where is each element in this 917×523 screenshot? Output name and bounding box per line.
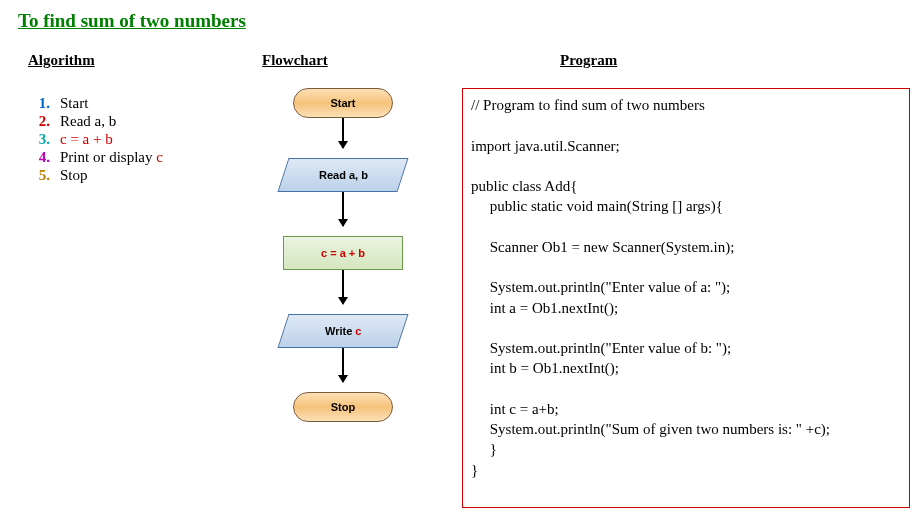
step-text: Print or display <box>60 149 156 165</box>
arrow-icon <box>342 118 344 148</box>
flow-write-var: c <box>355 325 361 337</box>
arrow-icon <box>342 270 344 304</box>
list-item: 3.c = a + b <box>28 131 163 148</box>
header-algorithm: Algorithm <box>28 52 95 69</box>
flow-process-label: c = a + b <box>321 247 365 259</box>
list-item: 5.Stop <box>28 167 163 184</box>
step-text-red: c = a + b <box>60 131 113 147</box>
flow-output-label: Write c <box>325 325 361 337</box>
program-code-box: // Program to find sum of two numbers im… <box>462 88 910 508</box>
list-item: 4.Print or display c <box>28 149 163 166</box>
program-code: // Program to find sum of two numbers im… <box>471 97 830 478</box>
flow-stop: Stop <box>293 392 393 422</box>
step-number: 1. <box>28 95 50 112</box>
algorithm-list: 1.Start 2.Read a, b 3.c = a + b 4.Print … <box>28 94 163 185</box>
step-number: 4. <box>28 149 50 166</box>
flow-process: c = a + b <box>283 236 403 270</box>
step-text: Read a, b <box>60 113 116 129</box>
flow-start: Start <box>293 88 393 118</box>
step-number: 3. <box>28 131 50 148</box>
flow-stop-label: Stop <box>331 401 355 413</box>
header-program: Program <box>560 52 617 69</box>
page-title: To find sum of two numbers <box>18 10 905 32</box>
flow-output: Write c <box>277 314 408 348</box>
step-number: 5. <box>28 167 50 184</box>
step-text-red: c <box>156 149 163 165</box>
flow-input: Read a, b <box>277 158 408 192</box>
flow-write-prefix: Write <box>325 325 355 337</box>
step-text: Start <box>60 95 88 111</box>
flow-start-label: Start <box>330 97 355 109</box>
list-item: 2.Read a, b <box>28 113 163 130</box>
arrow-icon <box>342 348 344 382</box>
step-text: Stop <box>60 167 88 183</box>
columns: Algorithm Flowchart Program 1.Start 2.Re… <box>0 52 917 522</box>
arrow-icon <box>342 192 344 226</box>
page: To find sum of two numbers Algorithm Flo… <box>0 0 917 523</box>
flow-input-label: Read a, b <box>319 169 368 181</box>
header-flowchart: Flowchart <box>262 52 328 69</box>
step-number: 2. <box>28 113 50 130</box>
flowchart: Start Read a, b c = a + b Write c Stop <box>258 88 428 508</box>
list-item: 1.Start <box>28 95 163 112</box>
